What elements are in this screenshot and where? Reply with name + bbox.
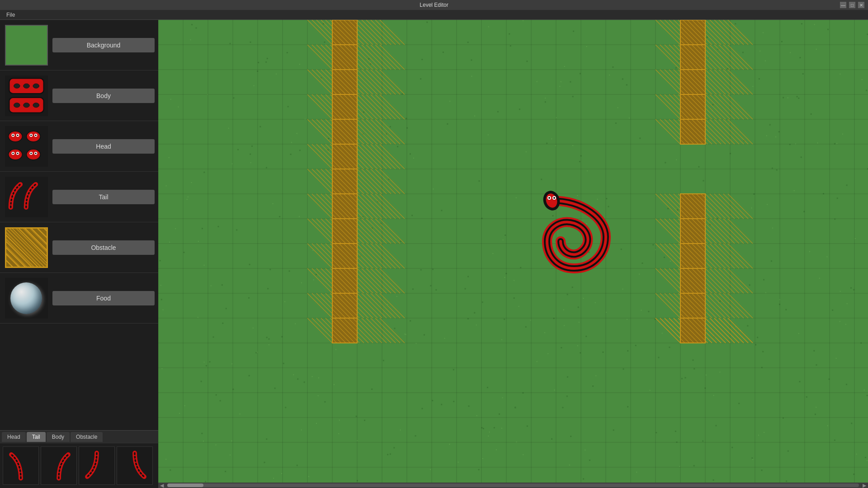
file-menu[interactable]: File xyxy=(4,11,18,19)
tail-svg xyxy=(5,177,43,215)
food-sphere xyxy=(10,282,42,314)
strip-tail-4 xyxy=(119,449,151,483)
svg-point-28 xyxy=(30,152,32,154)
scroll-left-arrow[interactable]: ◀ xyxy=(158,483,165,488)
strip-sprite-1[interactable] xyxy=(3,446,39,485)
section-body: Body xyxy=(0,70,158,121)
svg-point-20 xyxy=(8,149,22,160)
tab-head[interactable]: Head xyxy=(2,432,26,442)
thumbnail-tail xyxy=(4,175,49,218)
obstacle-button[interactable]: Obstacle xyxy=(52,240,155,255)
body-button[interactable]: Body xyxy=(52,89,155,103)
background-thumb-image xyxy=(5,25,48,66)
body-thumb-image xyxy=(5,75,48,116)
titlebar-title: Level Editor xyxy=(420,2,448,8)
svg-point-9 xyxy=(33,103,39,108)
section-obstacle: Obstacle xyxy=(0,222,158,273)
titlebar-controls: — □ ✕ xyxy=(840,2,864,8)
titlebar: Level Editor — □ ✕ xyxy=(0,0,868,10)
game-area[interactable]: ◀ ▶ xyxy=(158,20,868,488)
tail-thumb-image xyxy=(5,177,48,217)
strip-sprite-3[interactable] xyxy=(79,446,115,485)
minimize-button[interactable]: — xyxy=(840,2,846,8)
food-button[interactable]: Food xyxy=(52,291,155,305)
svg-point-25 xyxy=(26,149,40,160)
head-thumb-image xyxy=(5,126,48,167)
svg-point-8 xyxy=(23,103,29,108)
menubar: File xyxy=(0,10,868,20)
tab-body[interactable]: Body xyxy=(47,432,70,442)
thumbnail-food xyxy=(4,277,49,319)
tab-obstacle[interactable]: Obstacle xyxy=(71,432,103,442)
strip-tail-3 xyxy=(81,449,113,483)
thumbnail-head xyxy=(4,125,49,168)
food-thumb-image xyxy=(5,278,48,319)
svg-point-14 xyxy=(17,134,18,136)
strip-sprite-2[interactable] xyxy=(41,446,77,485)
svg-point-29 xyxy=(35,152,36,154)
svg-point-18 xyxy=(30,134,32,136)
bottom-scrollbar[interactable]: ◀ ▶ xyxy=(158,483,868,488)
tail-button[interactable]: Tail xyxy=(52,190,155,204)
svg-point-19 xyxy=(35,134,36,136)
grid-canvas xyxy=(158,20,868,488)
strip-tail-2 xyxy=(43,449,75,483)
head-button[interactable]: Head xyxy=(52,139,155,154)
head-svg xyxy=(5,126,43,164)
svg-point-13 xyxy=(12,134,14,136)
section-head: Head xyxy=(0,121,158,172)
section-background: Background xyxy=(0,20,158,70)
svg-point-2 xyxy=(14,84,20,88)
thumbnail-background xyxy=(4,23,49,66)
maximize-button[interactable]: □ xyxy=(849,2,855,8)
close-button[interactable]: ✕ xyxy=(858,2,864,8)
sprite-list: Background xyxy=(0,20,158,430)
left-panel: Background xyxy=(0,20,158,488)
svg-point-23 xyxy=(12,152,14,154)
thumbnail-body xyxy=(4,74,49,117)
section-food: Food xyxy=(0,273,158,324)
svg-point-7 xyxy=(14,103,20,108)
background-button[interactable]: Background xyxy=(52,38,155,52)
bottom-strip xyxy=(0,443,158,488)
bottom-tabs: Head Tail Body Obstacle xyxy=(0,430,158,443)
scrollbar-track xyxy=(167,483,859,487)
strip-sprite-4[interactable] xyxy=(117,446,153,485)
svg-point-3 xyxy=(23,84,29,88)
svg-point-10 xyxy=(8,131,22,142)
thumbnail-obstacle xyxy=(4,226,49,269)
scrollbar-thumb[interactable] xyxy=(167,483,203,487)
strip-tail-1 xyxy=(5,449,37,483)
tab-tail[interactable]: Tail xyxy=(27,432,46,442)
svg-point-24 xyxy=(17,152,18,154)
scroll-right-arrow[interactable]: ▶ xyxy=(861,483,868,488)
svg-point-15 xyxy=(26,131,40,142)
body-svg xyxy=(7,76,46,115)
main-layout: Background xyxy=(0,20,868,488)
section-tail: Tail xyxy=(0,172,158,222)
svg-point-4 xyxy=(33,84,39,88)
obstacle-thumb-image xyxy=(5,227,48,268)
